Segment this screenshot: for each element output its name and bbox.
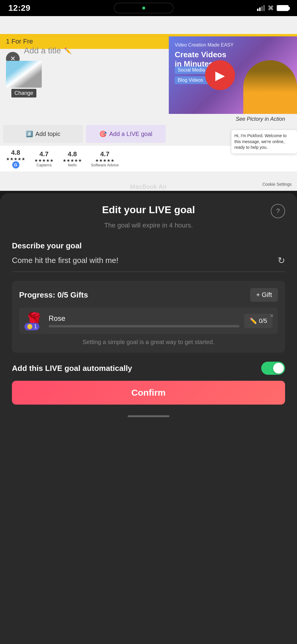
chat-bubble: Hi, I'm Pickford. Welcome to this messag…: [231, 130, 297, 154]
goal-text[interactable]: Come hit the first goal with me!: [12, 256, 278, 265]
gift-plus-icon: +: [256, 291, 260, 299]
rating-sa-stars: ★★★★★: [95, 158, 115, 163]
macbook-label: MacBook Air: [130, 183, 167, 190]
add-goal-label: Add a LIVE goal: [109, 131, 152, 137]
gift-info: Rose: [49, 314, 239, 327]
progress-label: Progress: 0/5 Gifts: [19, 290, 88, 300]
pictory-link[interactable]: See Pictory in Action: [236, 116, 285, 122]
screen-content: 1 For Fre ✕ Add a title ✏️ Change Social…: [0, 16, 297, 191]
cookie-settings-button[interactable]: Cookie Settings: [260, 181, 294, 188]
auto-goal-toggle[interactable]: [261, 362, 285, 375]
play-button[interactable]: ▶: [205, 60, 235, 90]
video-thumbnail: Social Media Shorts Blog Videos Video Cr…: [169, 36, 297, 114]
progress-hint: Setting a simple goal is a great way to …: [19, 339, 278, 346]
rating-capterra-source: Capterra: [36, 163, 52, 167]
google-icon: G: [12, 161, 19, 168]
confirm-label: Confirm: [132, 388, 166, 398]
rating-sa-value: 4.7: [100, 150, 109, 158]
title-placeholder: Add a title: [24, 46, 61, 55]
thumbnail-preview: [6, 61, 42, 88]
gift-progress-bar: [49, 325, 239, 327]
rating-capterra: 4.7 ★★★★★ Capterra: [34, 150, 54, 167]
gift-count-label: 0/5: [259, 318, 267, 324]
rating-feefo-source: feefo: [68, 163, 77, 167]
status-bar: 12:29 ⌘: [0, 0, 297, 16]
sheet-title: Edit your LIVE goal: [102, 204, 195, 216]
title-area: Add a title ✏️: [24, 46, 169, 55]
rose-badge: 🪙 1: [24, 323, 39, 330]
toggle-thumb: [273, 363, 284, 374]
add-live-goal-button[interactable]: 🎯 Add a LIVE goal: [86, 125, 166, 143]
battery-icon: [277, 5, 289, 11]
gift-row: × 🌹 🪙 1 Rose ✏️ 0/5: [19, 308, 278, 334]
refresh-icon[interactable]: ↻: [278, 255, 285, 266]
auto-goal-row: Add this LIVE goal automatically: [12, 362, 285, 375]
gift-btn-label: Gift: [262, 291, 272, 299]
change-image-button[interactable]: Change: [6, 61, 42, 97]
website-bg: 1 For Fre ✕ Add a title ✏️ Change Social…: [0, 16, 297, 191]
edit-pencil-icon: ✏️: [250, 317, 257, 324]
dynamic-island: [114, 3, 174, 13]
signal-bar-4: [263, 5, 265, 11]
rose-emoji-container: 🌹 🪙 1: [24, 313, 44, 329]
gift-count-button[interactable]: ✏️ 0/5: [244, 314, 273, 328]
signal-bar-1: [257, 9, 259, 11]
chat-text: Hi, I'm Pickford. Welcome to this messag…: [234, 133, 287, 150]
rating-software-advice: 4.7 ★★★★★ Software Advice: [91, 150, 119, 167]
signal-bar-2: [259, 7, 261, 11]
status-time: 12:29: [8, 3, 30, 13]
tag-buttons-row: #️⃣ Add topic 🎯 Add a LIVE goal: [0, 125, 169, 143]
signal-bar-3: [261, 6, 263, 11]
add-topic-button[interactable]: #️⃣ Add topic: [3, 125, 83, 143]
rating-capterra-value: 4.7: [39, 150, 49, 158]
confirm-button[interactable]: Confirm: [12, 381, 285, 405]
rating-sa-source: Software Advice: [91, 163, 119, 167]
ratings-row: 4.8 ★★★★★ G 4.7 ★★★★★ Capterra 4.8 ★★★★★…: [0, 146, 297, 171]
gift-close-button[interactable]: ×: [270, 312, 274, 320]
goal-input-row: Come hit the first goal with me! ↻: [12, 255, 285, 272]
rating-feefo-value: 4.8: [68, 150, 77, 158]
image-thumbnail: [6, 61, 42, 88]
add-topic-label: Add topic: [35, 131, 60, 137]
rating-feefo-stars: ★★★★★: [63, 158, 82, 163]
rating-main: 4.8 ★★★★★ G: [6, 149, 25, 168]
dynamic-island-dot: [142, 7, 145, 10]
bottom-indicator: [0, 411, 297, 420]
coin-icon: 🪙: [27, 324, 33, 329]
rating-main-value: 4.8: [11, 149, 20, 157]
gift-content: 🌹 🪙 1 Rose ✏️ 0/5: [24, 313, 273, 329]
sheet-header: Edit your LIVE goal ?: [0, 193, 297, 222]
change-label[interactable]: Change: [11, 89, 36, 97]
progress-header: Progress: 0/5 Gifts + Gift: [19, 288, 278, 302]
video-creation-text: Video Creation Made EASY: [175, 42, 233, 48]
gift-name: Rose: [49, 314, 239, 323]
edit-title-icon[interactable]: ✏️: [64, 47, 72, 54]
progress-box: Progress: 0/5 Gifts + Gift × 🌹 🪙 1 Rose: [12, 281, 285, 353]
rating-capterra-stars: ★★★★★: [34, 158, 54, 163]
describe-goal-label: Describe your goal: [0, 238, 297, 255]
topic-icon: #️⃣: [26, 130, 33, 137]
goal-icon: 🎯: [99, 130, 107, 137]
rating-main-stars: ★★★★★: [6, 157, 25, 161]
signal-bars-icon: [257, 5, 265, 11]
auto-goal-label: Add this LIVE goal automatically: [12, 364, 132, 373]
status-icons: ⌘: [257, 4, 289, 12]
rating-feefo: 4.8 ★★★★★ feefo: [63, 150, 82, 167]
help-button[interactable]: ?: [271, 204, 285, 218]
help-icon: ?: [276, 207, 280, 215]
sheet-subtitle: The goal will expire in 4 hours.: [0, 222, 297, 238]
yellow-banner-text: 1 For Fre: [6, 38, 33, 45]
person-silhouette: [243, 60, 297, 114]
home-indicator-bar: [128, 415, 169, 417]
badge-count: 1: [34, 323, 37, 330]
wifi-icon: ⌘: [268, 4, 274, 12]
add-gift-button[interactable]: + Gift: [250, 288, 278, 302]
bottom-sheet: Edit your LIVE goal ? The goal will expi…: [0, 193, 297, 644]
